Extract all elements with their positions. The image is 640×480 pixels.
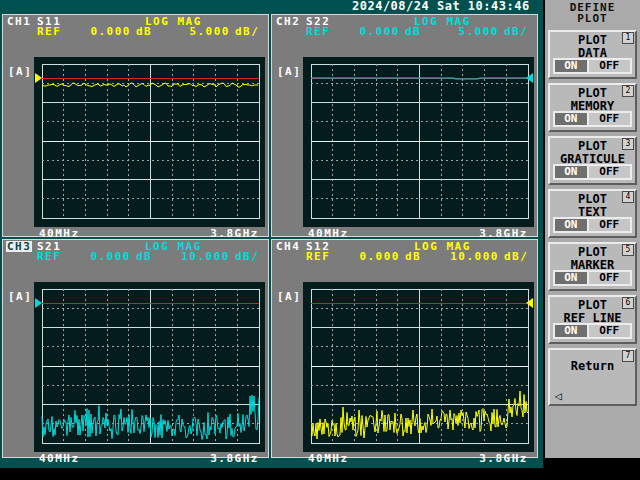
port-label: [A] [277,66,301,77]
on-off-toggle: ON OFF [553,270,632,286]
toggle-on[interactable]: ON [555,272,587,284]
start-frequency: 40MHz [308,453,349,464]
scale-value: 5.000 [159,26,230,37]
scale-value: 10.000 [428,251,499,262]
toggle-on[interactable]: ON [555,60,587,72]
toggle-on[interactable]: ON [555,219,587,231]
scale-unit: dB/ [504,26,528,37]
channel-panel-ch4: CH4 S12 LOG MAG REF 0.000 dB 10.000 dB/ … [271,239,538,458]
plot-area [303,282,534,452]
ref-value: 0.000 [61,26,131,37]
softkey-label: Return [550,360,635,372]
toggle-on[interactable]: ON [555,325,587,337]
on-off-toggle: ON OFF [553,111,632,127]
toggle-off[interactable]: OFF [589,166,631,178]
plot-area [34,57,265,227]
ref-value: 0.000 [61,251,131,262]
toggle-off[interactable]: OFF [589,219,631,231]
return-left-triangle-icon: ◁ [555,390,562,402]
channel-label: CH4 [275,241,301,252]
softkey-label: PLOT [550,246,635,258]
toggle-off[interactable]: OFF [589,60,631,72]
softkey-label: PLOT [550,193,635,205]
scale-value: 5.000 [428,26,499,37]
on-off-toggle: ON OFF [553,58,632,74]
ref-label: REF [306,251,330,262]
softkey-plot-marker[interactable]: 5 PLOT MARKER ON OFF [548,242,637,291]
toggle-off[interactable]: OFF [589,272,631,284]
ref-level-marker-icon [35,298,42,308]
start-frequency: 40MHz [39,453,80,464]
plot-area [34,282,265,452]
channel-panel-ch3: CH3 S21 LOG MAG REF 0.000 dB 10.000 dB/ … [2,239,269,458]
start-frequency: 40MHz [39,228,80,239]
plot-area [303,57,534,227]
ref-level-marker-icon [35,73,42,83]
analyzer-screen: 2024/08/24 Sat 10:43:46 CH1 S11 LOG MAG … [0,0,640,480]
ref-label: REF [306,26,330,37]
stop-frequency: 3.8GHz [199,453,259,464]
datetime-display: 2024/08/24 Sat 10:43:46 [352,0,530,13]
channel-label: CH1 [6,16,32,27]
channel-label: CH2 [275,16,301,27]
stop-frequency: 3.8GHz [199,228,259,239]
start-frequency: 40MHz [308,228,349,239]
ref-value: 0.000 [330,26,400,37]
ref-label: REF [37,26,61,37]
softkey-plot-graticule[interactable]: 3 PLOT GRATICULE ON OFF [548,136,637,185]
scale-unit: dB/ [235,251,259,262]
ref-level-marker-icon [526,298,533,308]
port-label: [A] [277,291,301,302]
stop-frequency: 3.8GHz [468,453,528,464]
channel-panel-ch2: CH2 S22 LOG MAG REF 0.000 dB 5.000 dB/ [… [271,14,538,237]
port-label: [A] [8,291,32,302]
softkey-label: PLOT [550,299,635,311]
on-off-toggle: ON OFF [553,217,632,233]
on-off-toggle: ON OFF [553,323,632,339]
softkey-menu: DEFINE PLOT 1 PLOT DATA ON OFF 2 PLOT ME… [545,0,640,458]
ref-value: 0.000 [330,251,400,262]
toggle-on[interactable]: ON [555,166,587,178]
softkey-plot-data[interactable]: 1 PLOT DATA ON OFF [548,30,637,79]
ref-label: REF [37,251,61,262]
ref-unit: dB [136,251,152,262]
softkey-return[interactable]: 7 Return ◁ [548,348,637,406]
softkey-label: PLOT [550,140,635,152]
softkey-plot-text[interactable]: 4 PLOT TEXT ON OFF [548,189,637,238]
toggle-on[interactable]: ON [555,113,587,125]
softkey-plot-ref-line[interactable]: 6 PLOT REF LINE ON OFF [548,295,637,344]
channel-panel-ch1: CH1 S11 LOG MAG REF 0.000 dB 5.000 dB/ [… [2,14,269,237]
toggle-off[interactable]: OFF [589,325,631,337]
softkey-plot-memory[interactable]: 2 PLOT MEMORY ON OFF [548,83,637,132]
softkey-label: PLOT [550,87,635,99]
ref-level-marker-icon [526,73,533,83]
softkey-label: PLOT [550,34,635,46]
stop-frequency: 3.8GHz [468,228,528,239]
scale-value: 10.000 [159,251,230,262]
channel-label: CH3 [6,241,32,252]
port-label: [A] [8,66,32,77]
on-off-toggle: ON OFF [553,164,632,180]
toggle-off[interactable]: OFF [589,113,631,125]
ref-unit: dB [405,26,421,37]
scale-unit: dB/ [235,26,259,37]
menu-title-line2: PLOT [545,13,640,24]
bottom-black-bar [543,458,640,480]
ref-unit: dB [405,251,421,262]
scale-unit: dB/ [504,251,528,262]
ref-unit: dB [136,26,152,37]
